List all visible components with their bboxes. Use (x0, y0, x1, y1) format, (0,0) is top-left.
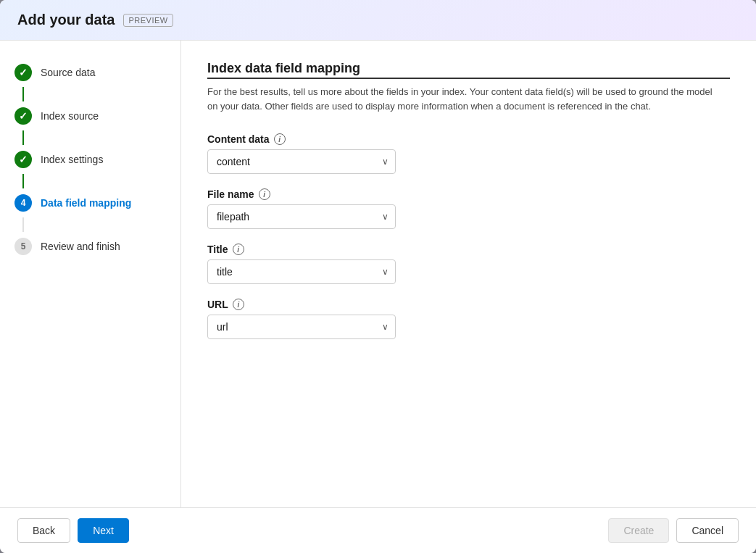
select-title[interactable]: title name heading subject (207, 259, 396, 284)
step-number-5: 5 (21, 241, 26, 251)
modal-body: ✓ Source data ✓ Index source ✓ (0, 41, 756, 507)
info-icon-url[interactable]: i (233, 299, 244, 310)
connector-3 (22, 174, 24, 188)
step-icon-source-data: ✓ (14, 64, 32, 81)
step-label-source-data: Source data (41, 67, 96, 78)
sidebar-item-index-settings[interactable]: ✓ Index settings (0, 145, 180, 174)
check-icon: ✓ (19, 67, 28, 78)
next-button[interactable]: Next (78, 518, 129, 543)
sidebar-item-review-and-finish[interactable]: 5 Review and finish (0, 232, 180, 261)
add-your-data-modal: Add your data PREVIEW ✓ Source data ✓ (0, 0, 756, 553)
select-wrapper-url: url link href source ∨ (207, 315, 396, 339)
step-label-index-source: Index source (41, 110, 99, 122)
footer-right: Create Cancel (608, 518, 739, 543)
form-group-title: Title i title name heading subject ∨ (207, 244, 396, 284)
form-group-file-name: File name i filepath filename path name … (207, 188, 396, 229)
modal-title: Add your data (17, 12, 115, 28)
step-icon-review-and-finish: 5 (14, 238, 32, 255)
create-button[interactable]: Create (608, 518, 669, 543)
form-group-content-data: Content data i content text description … (207, 133, 396, 174)
info-icon-title[interactable]: i (233, 244, 244, 255)
sidebar-item-index-source[interactable]: ✓ Index source (0, 101, 180, 130)
sidebar-item-data-field-mapping[interactable]: 4 Data field mapping (0, 188, 180, 217)
modal-header: Add your data PREVIEW (0, 0, 756, 41)
step-icon-index-settings: ✓ (14, 151, 32, 168)
section-description: For the best results, tell us more about… (207, 85, 715, 113)
select-wrapper-content-data: content text description body ∨ (207, 149, 396, 174)
sidebar: ✓ Source data ✓ Index source ✓ (0, 41, 181, 507)
label-title: Title i (207, 244, 396, 255)
form-group-url: URL i url link href source ∨ (207, 299, 396, 339)
select-wrapper-title: title name heading subject ∨ (207, 259, 396, 284)
label-url: URL i (207, 299, 396, 310)
section-title: Index data field mapping (207, 61, 730, 79)
footer-left: Back Next (17, 518, 129, 543)
select-file-name[interactable]: filepath filename path name (207, 204, 396, 229)
label-file-name: File name i (207, 188, 396, 200)
main-content: Index data field mapping For the best re… (181, 41, 756, 507)
connector-1 (22, 87, 24, 101)
step-icon-index-source: ✓ (14, 107, 32, 125)
connector-4 (22, 217, 24, 232)
modal-footer: Back Next Create Cancel (0, 507, 756, 553)
step-icon-data-field-mapping: 4 (14, 194, 32, 212)
preview-badge: PREVIEW (123, 14, 173, 27)
check-icon-2: ✓ (19, 110, 28, 122)
step-number-4: 4 (21, 198, 26, 208)
connector-2 (22, 130, 24, 145)
select-wrapper-file-name: filepath filename path name ∨ (207, 204, 396, 229)
step-label-index-settings: Index settings (41, 154, 103, 165)
sidebar-item-source-data[interactable]: ✓ Source data (0, 58, 180, 87)
check-icon-3: ✓ (19, 154, 28, 165)
select-content-data[interactable]: content text description body (207, 149, 396, 174)
info-icon-file-name[interactable]: i (259, 188, 270, 200)
info-icon-content-data[interactable]: i (274, 133, 286, 145)
select-url[interactable]: url link href source (207, 315, 396, 339)
label-content-data: Content data i (207, 133, 396, 145)
cancel-button[interactable]: Cancel (676, 518, 739, 543)
back-button[interactable]: Back (17, 518, 70, 543)
step-label-data-field-mapping: Data field mapping (41, 197, 131, 209)
step-label-review-and-finish: Review and finish (41, 241, 120, 252)
